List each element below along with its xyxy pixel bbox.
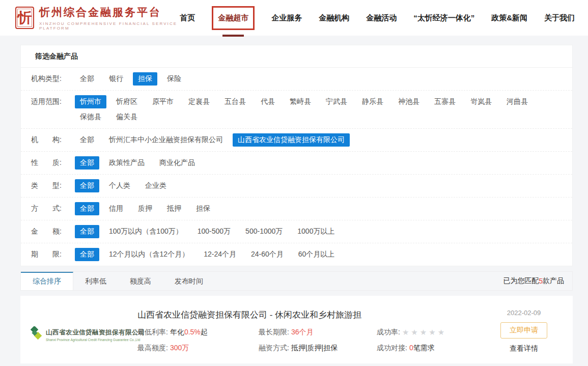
filter-option[interactable]: 定襄县	[183, 95, 215, 108]
filter-option[interactable]: 银行	[104, 72, 128, 86]
nav-item-6[interactable]: 政策&新闻	[491, 13, 527, 23]
filter-row-label: 金 额:	[31, 224, 75, 239]
nav-item-3[interactable]: 金融机构	[319, 13, 349, 23]
filter-option[interactable]: 忻州汇丰中小企业融资担保有限公司	[104, 133, 228, 147]
term-value: 36个月	[291, 328, 314, 336]
nav-item-wrap-4: 金融活动	[366, 13, 397, 23]
sort-tab-2[interactable]: 额度高	[118, 272, 163, 290]
filter-option[interactable]: 全部	[75, 225, 99, 238]
company-logo-icon	[30, 326, 43, 342]
nav-item-1[interactable]: 金融超市	[212, 6, 255, 30]
filter-option[interactable]: 质押	[133, 202, 157, 215]
filter-option[interactable]: 政策性产品	[104, 156, 150, 170]
filter-option[interactable]: 忻府区	[111, 95, 143, 108]
filter-option[interactable]: 个人类	[104, 179, 135, 192]
filter-option[interactable]: 500-1000万	[240, 225, 288, 238]
filter-option[interactable]: 12个月以内（含12个月）	[104, 248, 194, 261]
nav-item-wrap-7: 关于我们	[544, 13, 575, 23]
nav-item-2[interactable]: 企业服务	[271, 13, 302, 23]
filter-option[interactable]: 河曲县	[501, 95, 533, 108]
filter-row-options: 忻州市忻府区原平市定襄县五台县代县繁峙县宁武县静乐县神池县五寨县岢岚县河曲县保德…	[75, 94, 563, 125]
filter-option[interactable]: 宁武县	[321, 95, 352, 108]
filter-row-label: 方 式:	[31, 201, 75, 216]
filter-option[interactable]: 五寨县	[429, 95, 461, 108]
company-logo-row: 山西省农业信贷融资担保有限公司Shanxi Province Agricultu…	[30, 326, 145, 344]
filter-option[interactable]: 五台县	[219, 95, 251, 108]
filter-row-label: 类 型:	[31, 178, 75, 193]
filter-option[interactable]: 偏关县	[111, 110, 143, 124]
filter-row-options: 全部银行担保保险	[75, 71, 563, 87]
filter-row-options: 全部个人类企业类	[75, 178, 563, 193]
nav-item-7[interactable]: 关于我们	[544, 13, 575, 23]
filter-option[interactable]: 神池县	[393, 95, 425, 108]
filter-row-3: 性 质:全部政策性产品商业化产品	[21, 152, 572, 175]
product-field: 最高额度:300万	[137, 344, 259, 353]
filter-option[interactable]: 12-24个月	[199, 248, 241, 261]
filter-option[interactable]: 1000万以上	[292, 225, 340, 238]
filter-row-options: 全部100万以内（含100万）100-500万500-1000万1000万以上	[75, 224, 563, 239]
filter-option[interactable]: 抵押	[162, 202, 186, 215]
apply-button[interactable]: 立即申请	[500, 322, 547, 339]
filter-option[interactable]: 山西省农业信贷融资担保有限公司	[233, 133, 350, 147]
filter-option[interactable]: 信用	[104, 202, 128, 215]
nav-active-underline	[222, 35, 244, 37]
main-nav: 首页金融超市企业服务金融机构金融活动“太忻经济一体化”政策&新闻关于我们	[180, 0, 575, 36]
filter-option[interactable]: 忻州市	[75, 95, 106, 108]
filter-row-options: 全部忻州汇丰中小企业融资担保有限公司山西省农业信贷融资担保有限公司	[75, 132, 563, 148]
filter-option[interactable]: 繁峙县	[285, 95, 316, 108]
product-field: 最长期限:36个月	[259, 328, 377, 337]
filter-option[interactable]: 担保	[133, 72, 157, 86]
filter-option[interactable]: 100万以内（含100万）	[104, 225, 188, 238]
filter-option[interactable]: 商业化产品	[154, 156, 200, 170]
content-area: 筛选金融产品 机构类型:全部银行担保保险适用范围:忻州市忻府区原平市定襄县五台县…	[20, 45, 573, 366]
filter-row-label: 期 限:	[31, 247, 75, 262]
sort-tab-1[interactable]: 利率低	[73, 272, 118, 290]
filter-row-label: 适用范围:	[31, 94, 75, 109]
filter-row-options: 全部12个月以内（含12个月）12-24个月24-60个月60个月以上	[75, 247, 563, 262]
field-label: 成功率:	[377, 328, 400, 336]
filter-option[interactable]: 原平市	[147, 95, 179, 108]
nav-item-0[interactable]: 首页	[180, 13, 195, 23]
filter-option[interactable]: 担保	[191, 202, 215, 215]
rate-prefix: 年化	[170, 328, 184, 336]
filter-option[interactable]: 全部	[75, 156, 99, 170]
filter-row-5: 方 式:全部信用质押抵押担保	[21, 198, 572, 220]
filter-option[interactable]: 全部	[75, 202, 99, 215]
filter-option[interactable]: 保险	[162, 72, 186, 86]
filter-option[interactable]: 60个月以上	[293, 248, 340, 261]
product-date: 2022-02-09	[507, 309, 541, 317]
filter-row-label: 机 构:	[31, 132, 75, 148]
sort-tabs: 综合排序利率低额度高发布时间	[21, 272, 215, 290]
filter-row-1: 适用范围:忻州市忻府区原平市定襄县五台县代县繁峙县宁武县静乐县神池县五寨县岢岚县…	[21, 91, 572, 129]
field-label: 最高额度:	[137, 344, 168, 352]
filter-option[interactable]: 岢岚县	[465, 95, 497, 108]
filter-row-7: 期 限:全部12个月以内（含12个月）12-24个月24-60个月60个月以上	[21, 243, 572, 266]
company-logo-text: 山西省农业信贷融资担保有限公司Shanxi Province Agricultu…	[46, 328, 145, 342]
nav-item-4[interactable]: 金融活动	[366, 13, 397, 23]
nav-item-wrap-1: 金融超市	[212, 6, 255, 30]
filter-option[interactable]: 企业类	[140, 179, 172, 192]
product-field: 融资方式:抵押|质押|担保	[259, 344, 377, 353]
site-logo[interactable]: 忻 忻州综合金融服务平台 XINZHOU COMPREHENSIVE FINAN…	[15, 5, 180, 31]
sort-tab-0[interactable]: 综合排序	[21, 272, 73, 290]
filter-row-0: 机构类型:全部银行担保保险	[21, 68, 572, 91]
nav-item-5[interactable]: “太忻经济一体化”	[413, 13, 474, 23]
filter-row-options: 全部信用质押抵押担保	[75, 201, 563, 216]
field-label: 最低利率:	[137, 328, 168, 336]
filter-option[interactable]: 全部	[75, 248, 99, 261]
sort-tab-3[interactable]: 发布时间	[163, 272, 215, 290]
view-detail-link[interactable]: 查看详情	[510, 344, 538, 353]
filter-option[interactable]: 代县	[256, 95, 280, 108]
filter-option[interactable]: 100-500万	[192, 225, 236, 238]
filter-rows: 机构类型:全部银行担保保险适用范围:忻州市忻府区原平市定襄县五台县代县繁峙县宁武…	[21, 68, 572, 266]
company-logo-icon-wrap	[30, 326, 43, 344]
filter-option[interactable]: 全部	[75, 72, 99, 86]
filter-option[interactable]: 24-60个月	[246, 248, 289, 261]
filter-option[interactable]: 保德县	[75, 110, 106, 124]
filter-option[interactable]: 静乐县	[357, 95, 388, 108]
product-title[interactable]: 山西省农业信贷融资担保有限公司 - 休闲农业和乡村旅游担	[137, 309, 486, 321]
filter-option[interactable]: 全部	[75, 179, 99, 192]
filter-option[interactable]: 全部	[75, 133, 99, 147]
match-prefix: 已为您匹配	[503, 276, 539, 286]
seal-glyph: 忻	[17, 8, 32, 27]
